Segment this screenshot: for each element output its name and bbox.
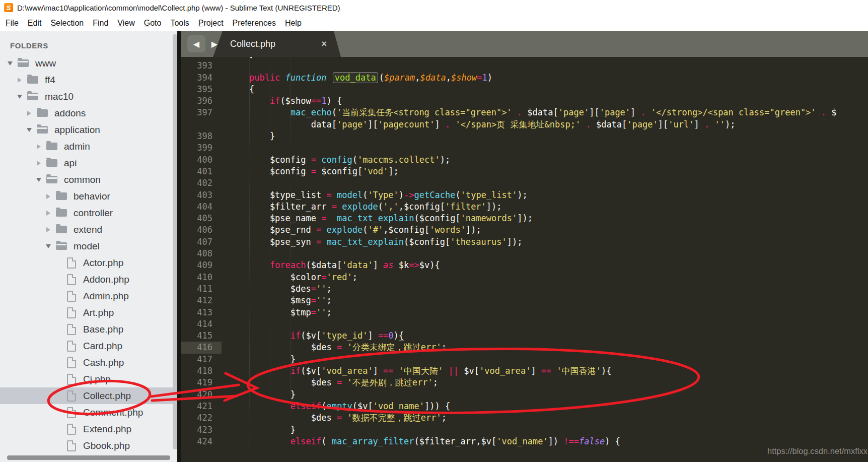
menu-view[interactable]: View — [113, 19, 139, 28]
code-line-409[interactable]: 409 foreach($data['data'] as $k=>$v){ — [181, 259, 868, 271]
expand-toggle[interactable] — [16, 78, 24, 83]
indent-guide — [270, 48, 270, 447]
tree-item-model[interactable]: model — [0, 238, 177, 254]
tree-item-cash-php[interactable]: Cash.php — [0, 354, 177, 371]
code-line-398[interactable]: 398 } — [181, 130, 868, 142]
chevron-down-icon — [17, 95, 22, 99]
tree-item-addon-php[interactable]: Addon.php — [0, 271, 177, 288]
code-line-417[interactable]: 417 } — [181, 354, 868, 365]
file-icon — [67, 390, 76, 402]
code-line-400[interactable]: 400 $config = config('maccms.collect'); — [181, 154, 868, 166]
tree-item-collect-php[interactable]: Collect.php — [0, 387, 177, 404]
code-line-404[interactable]: 404 $filter_arr = explode(',',$config['f… — [181, 201, 868, 213]
tree-item-www[interactable]: www — [0, 55, 177, 72]
tree-item-extend-php[interactable]: Extend.php — [0, 421, 177, 437]
sidebar-vertical-scrollbar[interactable] — [173, 34, 177, 449]
menu-file[interactable]: File — [1, 19, 23, 28]
menu-project[interactable]: Project — [194, 19, 228, 28]
code-line-401[interactable]: 401 $config = $config['vod']; — [181, 166, 868, 177]
tree-item-comment-php[interactable]: Comment.php — [0, 404, 177, 421]
line-number — [181, 119, 222, 130]
expand-toggle[interactable] — [35, 144, 43, 149]
code-line-416[interactable]: 416 $des = '分类未绑定，跳过err'; — [181, 342, 868, 353]
menu-selection[interactable]: Selection — [46, 19, 88, 28]
tree-item-label: Addon.php — [83, 274, 129, 285]
collapse-toggle[interactable] — [44, 244, 52, 248]
sidebar-horizontal-scrollbar[interactable] — [7, 455, 170, 460]
code-line-402[interactable]: 402 — [181, 177, 868, 189]
expand-toggle[interactable] — [44, 211, 52, 216]
code-line-413[interactable]: 413 $tmp=''; — [181, 307, 868, 318]
code-line-421[interactable]: 421 elseif(empty($v['vod_name'])) { — [181, 401, 868, 412]
file-icon — [67, 374, 76, 385]
tree-item-addons[interactable]: addons — [0, 105, 177, 121]
folder-closed-icon — [56, 209, 67, 217]
collapse-toggle[interactable] — [25, 128, 33, 132]
expand-toggle[interactable] — [25, 111, 33, 116]
expand-toggle[interactable] — [35, 161, 43, 166]
code-line-405[interactable]: 405 $pse_name = mac_txt_explain($config[… — [181, 213, 868, 224]
tab-close-icon[interactable]: × — [321, 39, 327, 49]
code-line-406[interactable]: 406 $pse_rnd = explode('#',$config['word… — [181, 224, 868, 236]
folder-closed-icon — [37, 109, 48, 117]
tree-item-admin-php[interactable]: Admin.php — [0, 288, 177, 304]
code-line-423[interactable]: 423 } — [181, 424, 868, 436]
code-area[interactable]: 392 }393394 public function vod_data($pa… — [181, 48, 868, 447]
tree-item-cj-php[interactable]: Cj.php — [0, 371, 177, 387]
tree-item-ff4[interactable]: ff4 — [0, 72, 177, 88]
tree-item-behavior[interactable]: behavior — [0, 188, 177, 205]
code-line-396[interactable]: 396 if($show==1) { — [181, 95, 868, 107]
tree-item-label: Extend.php — [83, 424, 131, 435]
tree-item-card-php[interactable]: Card.php — [0, 338, 177, 354]
code-line-411[interactable]: 411 $des=''; — [181, 283, 868, 295]
tree-item-api[interactable]: api — [0, 155, 177, 171]
code-line-424[interactable]: 424 elseif( mac_array_filter($filter_arr… — [181, 436, 868, 447]
menu-help[interactable]: Help — [280, 19, 306, 28]
code-line-419[interactable]: 419 $des = '不是外剧，跳过err'; — [181, 377, 868, 388]
tree-item-art-php[interactable]: Art.php — [0, 304, 177, 321]
file-icon — [67, 407, 76, 418]
line-number: 410 — [181, 272, 222, 283]
menu-goto[interactable]: Goto — [139, 19, 166, 28]
tree-item-label: mac10 — [45, 91, 74, 102]
tree-item-admin[interactable]: admin — [0, 138, 177, 155]
menu-edit[interactable]: Edit — [23, 19, 46, 28]
tree-item-mac10[interactable]: mac10 — [0, 88, 177, 105]
code-line-393[interactable]: 393 — [181, 60, 868, 72]
code-line-418[interactable]: 418 if($v['vod_area'] == '中国大陆' || $v['v… — [181, 365, 868, 377]
code-line-394[interactable]: 394 public function vod_data($param,$dat… — [181, 72, 868, 84]
tree-item-gbook-php[interactable]: Gbook.php — [0, 437, 177, 454]
code-line-403[interactable]: 403 $type_list = model('Type')->getCache… — [181, 189, 868, 201]
code-line-407[interactable]: 407 $pse_syn = mac_txt_explain($config['… — [181, 236, 868, 248]
code-line-399[interactable]: 399 — [181, 142, 868, 154]
line-number: 412 — [181, 295, 222, 306]
code-line-wrap[interactable]: data['page']['pagecount'] . '</span>页 采集… — [181, 119, 868, 130]
code-line-397[interactable]: 397 mac_echo('当前采集任务<strong class="green… — [181, 107, 868, 118]
menu-preferences[interactable]: Preferences — [228, 19, 280, 28]
code-line-422[interactable]: 422 $des = '数据不完整，跳过err'; — [181, 412, 868, 424]
code-line-412[interactable]: 412 $msg=''; — [181, 295, 868, 306]
code-line-408[interactable]: 408 — [181, 248, 868, 259]
code-line-414[interactable]: 414 — [181, 318, 868, 330]
menu-tools[interactable]: Tools — [166, 19, 193, 28]
code-line-415[interactable]: 415 if($v['type_id'] ==0){ — [181, 330, 868, 342]
code-line-410[interactable]: 410 $color='red'; — [181, 272, 868, 283]
nav-back-button[interactable]: ◀ — [187, 35, 205, 52]
tree-item-extend[interactable]: extend — [0, 221, 177, 238]
expand-toggle[interactable] — [44, 194, 52, 199]
collapse-toggle[interactable] — [16, 95, 24, 99]
tab-collect-php[interactable]: Collect.php × — [213, 31, 341, 57]
collapse-toggle[interactable] — [35, 178, 43, 182]
tree-item-application[interactable]: application — [0, 121, 177, 138]
tree-item-actor-php[interactable]: Actor.php — [0, 254, 177, 271]
code-line-395[interactable]: 395 { — [181, 84, 868, 95]
tree-item-controller[interactable]: controller — [0, 205, 177, 221]
menu-find[interactable]: Find — [88, 19, 113, 28]
expand-toggle[interactable] — [44, 227, 52, 232]
title-bar: S D:\www\mac10\application\common\model\… — [0, 0, 868, 15]
tree-item-common[interactable]: common — [0, 171, 177, 188]
tree-item-base-php[interactable]: Base.php — [0, 321, 177, 338]
code-line-420[interactable]: 420 } — [181, 389, 868, 401]
collapse-toggle[interactable] — [6, 61, 14, 65]
line-content: $type_list = model('Type')->getCache('ty… — [229, 189, 528, 201]
